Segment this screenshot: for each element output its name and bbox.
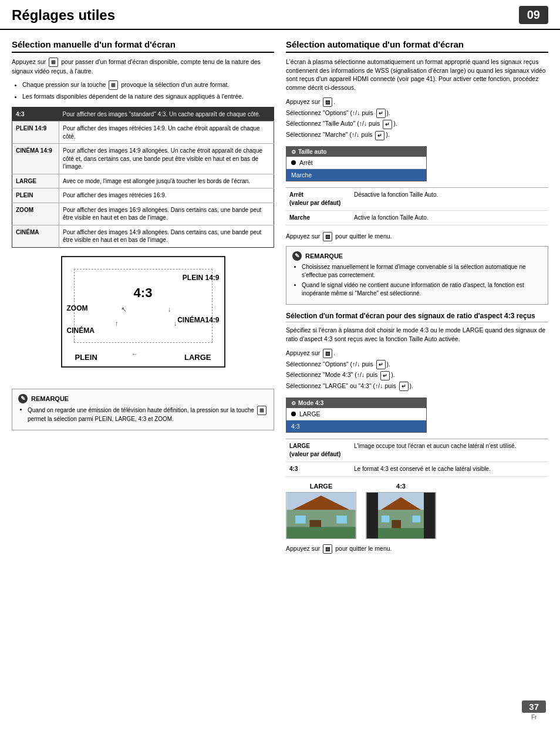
sub-steps: Appuyez sur ▤. Sélectionnez "Options" (↑…	[286, 348, 548, 392]
arrow-down2: ↓	[174, 319, 177, 328]
diagram-zoom-label: ZOOM	[67, 304, 88, 312]
menu-item-label: Arrêt	[299, 159, 313, 166]
table-row: CINÉMA Pour afficher des images 14:9 all…	[12, 225, 274, 247]
step-icon: ↵	[376, 109, 386, 118]
format-label: ZOOM	[12, 203, 59, 225]
svg-rect-14	[413, 516, 421, 523]
arrow-up2: ↑	[115, 319, 119, 328]
step-line: Sélectionnez "Taille Auto" (↑/↓ puis ↵).	[286, 119, 548, 129]
menu-box-header: ⚙ Taille auto	[286, 147, 426, 157]
page-footer: 37 Fr	[522, 700, 546, 720]
step-line: Sélectionnez "Options" (↑/↓ puis ↵).	[286, 359, 548, 370]
right-remark-title: ✎ REMARQUE	[292, 251, 542, 261]
desc-key: Marche	[286, 211, 350, 225]
menu-item-label: Marche	[291, 171, 312, 178]
format-label: PLEIN 14:9	[12, 122, 59, 144]
step-icon: ↵	[399, 382, 409, 391]
image-label-large: LARGE	[310, 483, 333, 490]
diagram-plein14-label: PLEIN 14:9	[183, 274, 220, 282]
step-icon: ↵	[383, 120, 392, 129]
house-image-43	[366, 492, 436, 539]
desc-row: 4:3 Le format 4:3 est conservé et le cac…	[286, 462, 548, 477]
menu-box-mode43: ⚙ Mode 4:3 LARGE 4:3	[286, 397, 427, 433]
menu-item-43: 4:3	[286, 420, 426, 432]
bullet-item: Les formats disponibles dépendent de la …	[22, 92, 274, 101]
desc-val: Active la fonction Taille Auto.	[350, 211, 548, 225]
table-row: CINÉMA 14:9 Pour afficher des images 14:…	[12, 144, 274, 174]
desc-val: Désactive la fonction Taille Auto.	[350, 188, 548, 211]
svg-rect-5	[336, 516, 347, 524]
remark-item: Quand on regarde une émission de télévis…	[28, 406, 268, 423]
svg-rect-6	[287, 527, 356, 539]
desc-key: Arrêt(valeur par défaut)	[286, 188, 350, 211]
quit-icon: ▤	[323, 232, 332, 241]
step-line: Appuyez sur ▤.	[286, 97, 548, 107]
sub-intro: Spécifiez si l'écran à plasma doit chois…	[286, 326, 548, 343]
fmt-icon: ⊞	[109, 80, 118, 90]
sub-section: Sélection d'un format d'écran pour des s…	[286, 312, 548, 554]
menu-icon2: ⚙	[291, 400, 296, 406]
arrow-down-right: ↓	[168, 305, 171, 314]
svg-rect-8	[424, 493, 436, 538]
sub-section-title: Sélection d'un format d'écran pour des s…	[286, 312, 548, 322]
images-row: LARGE 4:3	[286, 483, 548, 539]
menu-box-header2: ⚙ Mode 4:3	[286, 398, 426, 408]
bullet-dot	[291, 160, 296, 165]
arrow-left: ←	[131, 350, 139, 358]
menu-item-label: 4:3	[291, 423, 300, 430]
page-header: Réglages utiles 09	[0, 0, 560, 30]
left-intro: Appuyez sur ⊞ pour passer d'un format d'…	[12, 58, 274, 76]
step-line: Sélectionnez "Mode 4:3" (↑/↓ puis ↵).	[286, 370, 548, 380]
step-line: Sélectionnez "LARGE" ou "4:3" (↑/↓ puis …	[286, 381, 548, 392]
left-remark-title: ✎ REMARQUE	[18, 394, 268, 403]
format-desc: Pour afficher des images 14:9 allongées.…	[59, 144, 274, 174]
format-label: CINÉMA	[12, 225, 59, 247]
table-cell: Pour afficher des images "standard" 4:3.…	[59, 107, 274, 122]
diagram-cinema-label: CINÉMA	[67, 326, 95, 335]
right-intro: L'écran à plasma sélectionne automatique…	[286, 58, 548, 92]
svg-rect-4	[295, 516, 306, 524]
remark-icon2: ✎	[292, 251, 302, 261]
remark-icon-inline: ⊞	[257, 406, 266, 415]
image-block-43: 4:3	[366, 483, 436, 539]
image-label-43: 4:3	[396, 483, 406, 490]
left-bullets: Chaque pression sur la touche ⊞ provoque…	[12, 80, 274, 101]
step-icon: ↵	[376, 360, 386, 369]
page-number: 37	[522, 700, 546, 713]
step-line: Sélectionnez "Options" (↑/↓ puis ↵).	[286, 108, 548, 119]
format-desc: Avec ce mode, l'image est allongée jusqu…	[59, 174, 274, 188]
desc-table-2: LARGE(valeur par défaut) L'image occupe …	[286, 439, 548, 477]
format-label: LARGE	[12, 174, 59, 188]
menu-box-taille-auto: ⚙ Taille auto Arrêt Marche	[286, 146, 427, 181]
right-remark-box: ✎ REMARQUE Choisissez manuellement le fo…	[286, 246, 548, 305]
format-label: PLEIN	[12, 188, 59, 203]
step-line: Sélectionnez "Marche" (↑/↓ puis ↵).	[286, 130, 548, 140]
format-label: CINÉMA 14:9	[12, 144, 59, 174]
menu-item-marche: Marche	[286, 169, 426, 181]
table-row: PLEIN Pour afficher des images rétrécies…	[12, 188, 274, 203]
house-image-large	[286, 492, 356, 539]
image-block-large: LARGE	[286, 483, 356, 539]
step-icon: ▤	[323, 349, 332, 358]
sub-quit-line: Appuyez sur ▤ pour quitter le menu.	[286, 544, 548, 554]
step-line: Appuyez sur ▤.	[286, 348, 548, 359]
menu-item-large: LARGE	[286, 408, 426, 420]
auto-steps: Appuyez sur ▤. Sélectionnez "Options" (↑…	[286, 97, 548, 140]
format-desc: Pour afficher des images 14:9 allongées.…	[59, 225, 274, 247]
arrow-up-left: ↖	[121, 305, 127, 314]
desc-key: 4:3	[286, 462, 350, 477]
desc-row: LARGE(valeur par défaut) L'image occupe …	[286, 439, 548, 462]
format-desc: Pour afficher des images rétrécies 14:9.…	[59, 122, 274, 144]
format-desc: Pour afficher des images rétrécies 16:9.	[59, 188, 274, 203]
desc-val: L'image occupe tout l'écran et aucun cac…	[350, 439, 548, 462]
desc-row: Arrêt(valeur par défaut) Désactive la fo…	[286, 188, 548, 211]
svg-rect-7	[367, 493, 379, 538]
desc-key: LARGE(valeur par défaut)	[286, 439, 350, 462]
desc-val: Le format 4:3 est conservé et le cache l…	[350, 462, 548, 477]
table-row: LARGE Avec ce mode, l'image est allongée…	[12, 174, 274, 188]
diagram-large-label: LARGE	[184, 353, 211, 362]
menu-item-label: LARGE	[299, 410, 321, 417]
remark-item: Choisissez manuellement le format d'imag…	[302, 263, 542, 279]
bullet-dot2	[291, 412, 296, 416]
step-icon: ↵	[380, 371, 390, 380]
